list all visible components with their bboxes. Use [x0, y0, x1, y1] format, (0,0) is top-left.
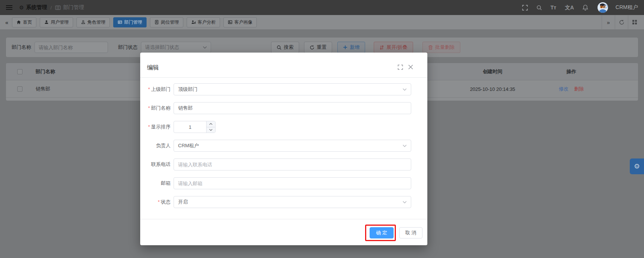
- field-parent-dept: *上级部门 顶级部门: [147, 83, 411, 95]
- dept-name-input[interactable]: [34, 42, 108, 53]
- dept-status-label: 部门状态: [118, 44, 138, 51]
- field-display-order: *显示排序 1: [147, 121, 411, 133]
- app-screen: ⚙ 系统管理 / 部门管理 Tт 文A CRM租户: [0, 0, 644, 258]
- layout-grid-icon[interactable]: [628, 15, 641, 30]
- expand-collapse-button[interactable]: 展开/折叠: [374, 42, 413, 53]
- increase-icon[interactable]: [207, 121, 215, 127]
- tab-customer-analysis[interactable]: 客户分析: [187, 17, 220, 27]
- notification-bell-icon[interactable]: [583, 5, 588, 11]
- reset-button[interactable]: 重置: [304, 42, 332, 53]
- tabs-list: 首页 用户管理 角色管理 部门管理 岗位管理 客户分析: [12, 17, 257, 27]
- user-avatar[interactable]: [598, 2, 608, 13]
- row-dept-name: 销售部: [36, 80, 50, 98]
- role-icon: [81, 20, 85, 24]
- breadcrumb: ⚙ 系统管理 / 部门管理: [19, 4, 84, 11]
- tab-department-management[interactable]: 部门管理: [113, 17, 147, 27]
- plus-icon: [343, 45, 347, 50]
- field-status: *状态 开启: [147, 196, 411, 208]
- email-field[interactable]: [174, 177, 411, 189]
- search-button[interactable]: 搜索: [271, 42, 299, 53]
- translate-icon[interactable]: 文A: [565, 5, 574, 10]
- tab-post-management[interactable]: 岗位管理: [150, 17, 183, 27]
- parent-dept-select[interactable]: 顶级部门: [174, 83, 411, 95]
- field-leader: 负责人 CRM租户: [147, 140, 411, 152]
- department-icon: [118, 20, 122, 24]
- display-order-stepper[interactable]: 1: [174, 121, 216, 133]
- dept-name-field[interactable]: [174, 102, 411, 114]
- tab-customer-portrait[interactable]: 客户画像: [223, 17, 257, 27]
- breadcrumb-page: 部门管理: [63, 4, 84, 11]
- tabs-scroll-right-icon[interactable]: »: [602, 15, 615, 30]
- dialog-fullscreen-icon[interactable]: [398, 65, 403, 70]
- font-size-icon[interactable]: Tт: [551, 5, 556, 10]
- tenant-name[interactable]: CRM租户: [612, 4, 638, 11]
- batch-delete-button[interactable]: 批量删除: [422, 42, 460, 53]
- leader-select[interactable]: CRM租户: [174, 140, 411, 152]
- dept-status-select[interactable]: 请选择部门状态: [141, 42, 211, 53]
- tabbar-tools: »: [602, 15, 641, 30]
- phone-field[interactable]: [174, 158, 411, 170]
- search-icon[interactable]: [536, 5, 542, 11]
- field-email: 邮箱: [147, 177, 411, 189]
- tab-user-management[interactable]: 用户管理: [40, 17, 73, 27]
- field-phone: 联系电话: [147, 158, 411, 170]
- dialog-form: *上级部门 顶级部门 *部门名称 *显示排序 1: [140, 77, 427, 215]
- chevron-down-icon: [203, 46, 207, 49]
- chevron-down-icon: [403, 201, 407, 204]
- trash-icon: [428, 45, 433, 50]
- theme-settings-button[interactable]: ⚙: [630, 158, 644, 174]
- department-folder-icon: [55, 5, 61, 10]
- post-icon: [154, 20, 159, 24]
- breadcrumb-separator: /: [51, 5, 52, 11]
- system-gear-icon: ⚙: [19, 5, 24, 11]
- top-header-bar: ⚙ 系统管理 / 部门管理 Tт 文A CRM租户: [0, 0, 644, 15]
- dialog-tools: [398, 65, 413, 70]
- tab-role-management[interactable]: 角色管理: [76, 17, 110, 27]
- menu-toggle-icon[interactable]: [6, 5, 12, 10]
- refresh-page-icon[interactable]: [615, 15, 628, 30]
- edit-link[interactable]: 修改: [559, 86, 569, 92]
- portrait-icon: [228, 20, 232, 24]
- dialog-footer: 确 定 取 消: [140, 219, 427, 245]
- gear-icon: ⚙: [634, 162, 640, 170]
- confirm-button[interactable]: 确 定: [370, 227, 394, 238]
- dialog-title: 编辑: [147, 64, 159, 72]
- tabs-scroll-left-icon[interactable]: «: [3, 19, 10, 26]
- delete-link[interactable]: 删除: [574, 86, 584, 92]
- chevron-down-icon: [403, 88, 407, 91]
- refresh-icon: [310, 45, 315, 50]
- cancel-button[interactable]: 取 消: [399, 227, 422, 238]
- user-icon: [44, 20, 49, 24]
- field-dept-name: *部门名称: [147, 102, 411, 114]
- page-tab-bar: « 首页 用户管理 角色管理 部门管理 岗位管理: [0, 15, 644, 30]
- tab-home[interactable]: 首页: [12, 17, 36, 27]
- dialog-close-icon[interactable]: [408, 65, 413, 70]
- home-icon: [16, 20, 21, 24]
- add-button[interactable]: 新增: [337, 42, 365, 53]
- column-actions: 操作: [530, 63, 613, 80]
- select-all-checkbox[interactable]: [17, 69, 22, 74]
- dept-name-label: 部门名称: [12, 44, 31, 51]
- analysis-icon: [191, 20, 196, 24]
- row-checkbox[interactable]: [17, 86, 22, 92]
- search-icon: [277, 45, 282, 50]
- header-actions: Tт 文A CRM租户: [522, 2, 638, 13]
- edit-department-dialog: 编辑 *上级部门 顶级部门 *部门名称: [140, 53, 427, 245]
- chevron-down-icon: [403, 145, 407, 147]
- sort-arrows-icon: [379, 45, 384, 50]
- status-select[interactable]: 开启: [174, 196, 411, 208]
- column-dept-name: 部门名称: [36, 63, 55, 80]
- fullscreen-icon[interactable]: [522, 5, 528, 11]
- decrease-icon[interactable]: [207, 127, 215, 133]
- breadcrumb-section[interactable]: 系统管理: [26, 4, 47, 11]
